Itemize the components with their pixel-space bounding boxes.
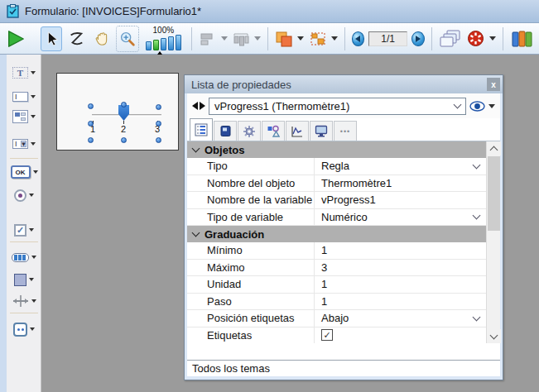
selection-handle[interactable] [156,121,161,127]
tab-style[interactable] [262,121,285,141]
sidebar-item-radio-button[interactable] [7,185,41,205]
property-row-maximo[interactable]: Máximo 3 [187,260,500,277]
selection-handle[interactable] [156,137,161,143]
tab-more[interactable]: ••• [334,121,357,141]
dropdown-arrow-icon[interactable] [31,71,36,74]
sidebar-item-edit-box[interactable]: I [7,87,41,107]
property-value[interactable]: Abajo [314,310,486,327]
next-control-icon[interactable] [200,102,205,110]
property-row-unidad[interactable]: Unidad 1 [187,276,500,294]
selection-handle[interactable] [121,102,127,108]
panel-close-button[interactable]: x [487,78,500,91]
sidebar-item-spin-control[interactable] [7,319,41,339]
form-canvas[interactable]: 1 2 3 [56,73,179,151]
selection-handle[interactable] [156,104,161,110]
property-row-tipo[interactable]: Tipo Regla [187,158,500,175]
zoom-bars-icon[interactable] [146,35,181,50]
property-row-paso[interactable]: Paso 1 [187,294,500,311]
selection-handle[interactable] [121,137,127,143]
checkbox-checked-icon[interactable]: ✓ [321,329,333,341]
order-dropdown-arrow[interactable] [297,36,304,41]
zoom-level-widget[interactable]: 100% [146,26,181,50]
distribute-dropdown-arrow[interactable] [254,36,261,41]
eye-dropdown-arrow[interactable] [488,104,495,108]
dropdown-arrow-icon[interactable] [31,115,36,118]
tab-chart[interactable] [286,121,309,141]
sidebar-item-panel[interactable] [7,270,41,289]
sidebar-item-combo-box[interactable]: I▾ [7,134,41,154]
sidebar-item-checkbox[interactable]: ✓ [7,220,41,240]
property-value[interactable]: 1 [314,242,486,259]
property-value[interactable]: ✓ [314,327,486,344]
panel-titlebar[interactable]: Lista de propiedades [185,75,503,93]
sidebar-item-progress-bar[interactable] [7,247,41,267]
section-header-objetos[interactable]: Objetos [187,141,500,158]
run-test-button[interactable] [5,26,26,51]
property-value[interactable]: vProgress1 [314,192,486,208]
scroll-down-button[interactable] [487,329,501,343]
chevron-down-icon[interactable] [473,313,481,321]
section-header-graduacion[interactable]: Graduación [187,226,500,242]
previous-page-button[interactable] [352,31,365,46]
help-books-button[interactable] [510,26,534,51]
dropdown-arrow-icon[interactable] [30,327,35,331]
select-tool-button[interactable] [41,26,62,51]
dropdown-arrow-icon[interactable] [31,299,36,303]
scrollbar-thumb[interactable] [488,156,500,231]
page-indicator-field[interactable]: 1/1 [368,31,407,46]
options-dropdown-arrow[interactable] [489,36,496,41]
tab-display[interactable] [310,121,333,141]
previous-control-icon[interactable] [192,102,198,110]
property-row-nombre-objeto[interactable]: Nombre del objeto Thermomètre1 [187,175,500,193]
sidebar-item-button[interactable]: OK [7,162,41,182]
tab-properties-list[interactable] [190,118,213,141]
dropdown-arrow-icon[interactable] [31,256,36,259]
sidebar-item-slider[interactable] [7,291,41,311]
property-value[interactable]: 3 [314,260,486,276]
dropdown-arrow-icon[interactable] [29,228,34,232]
property-row-tipo-variable[interactable]: Tipo de variable Numérico [187,209,500,227]
sequence-tool-button[interactable] [66,26,88,51]
selection-handle[interactable] [88,103,94,109]
property-value[interactable]: Regla [314,158,486,174]
selection-handle[interactable] [88,121,94,127]
tab-notes[interactable] [214,121,237,141]
dropdown-arrow-icon[interactable] [33,170,38,174]
order-button[interactable] [275,26,293,51]
align-dropdown-arrow[interactable] [221,36,228,41]
chevron-down-icon[interactable] [473,160,481,169]
pan-tool-button[interactable] [91,26,113,51]
selection-handle[interactable] [88,137,94,143]
scroll-up-button[interactable] [487,141,501,155]
zoom-tool-button[interactable] [117,26,138,51]
chevron-down-icon[interactable] [473,212,481,220]
controls-sidebar: T I I▾ OK ✓ [7,55,41,392]
tab-settings[interactable] [238,121,261,141]
property-value[interactable]: 1 [314,276,486,293]
sidebar-item-list-box[interactable] [7,107,41,127]
dropdown-arrow-icon[interactable] [31,95,36,98]
align-button[interactable] [199,26,217,51]
monitor-icon [315,125,328,137]
property-row-etiquetas[interactable]: Etiquetas ✓ [187,327,500,344]
property-row-nombre-variable[interactable]: Nombre de la variable vProgress1 [187,192,500,209]
control-selector-combo[interactable]: vProgress1 (Thermomètre1) [209,98,466,115]
property-value[interactable]: 1 [314,294,486,310]
grid-scrollbar[interactable] [486,141,500,343]
dropdown-arrow-icon[interactable] [29,278,34,281]
next-page-button[interactable] [411,31,425,46]
property-value[interactable]: Thermomètre1 [314,175,486,192]
dropdown-arrow-icon[interactable] [29,194,34,197]
selection-dropdown-arrow[interactable] [331,36,338,41]
dropdown-arrow-icon[interactable] [31,142,36,146]
property-value[interactable]: Numérico [314,209,486,226]
layers-button[interactable] [438,26,462,51]
selection-mode-button[interactable] [308,26,326,51]
panel-footer[interactable]: Todos los temas [187,360,500,376]
distribute-button[interactable] [232,26,250,51]
property-row-posicion-etiquetas[interactable]: Posición etiquetas Abajo [187,310,500,327]
sidebar-item-static-text[interactable]: T [7,63,41,83]
options-button[interactable] [467,26,485,51]
property-row-minimo[interactable]: Mínimo 1 [187,242,500,260]
eye-icon[interactable] [469,101,485,112]
